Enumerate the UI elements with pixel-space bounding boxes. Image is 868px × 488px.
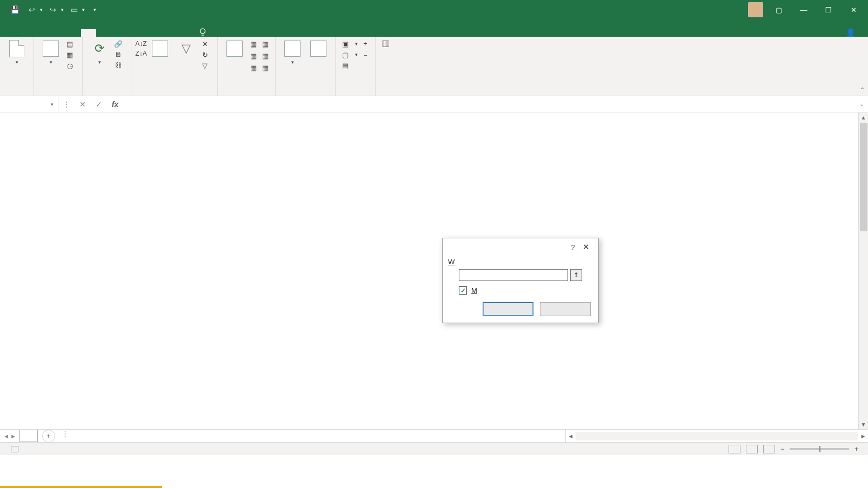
text-to-columns-button[interactable] — [223, 38, 246, 61]
tab-formulas[interactable] — [66, 29, 81, 37]
group-forecast — [281, 93, 330, 95]
dialog-help-icon[interactable]: ? — [567, 243, 579, 251]
group-button[interactable]: ▣ ▾ — [341, 39, 358, 48]
view-page-break-icon[interactable] — [763, 445, 775, 453]
status-bar: − + — [0, 442, 868, 455]
namebox-splitter[interactable]: ⋮ — [58, 100, 75, 109]
maximize-icon[interactable]: ❐ — [816, 0, 841, 19]
range-picker-icon[interactable]: ↥ — [570, 269, 582, 281]
clear-icon: ✕ — [201, 39, 209, 48]
save-icon[interactable]: 💾 — [8, 3, 22, 17]
new-query-button[interactable]: ▾ — [39, 38, 62, 66]
clear-button[interactable]: ✕ — [201, 39, 212, 48]
queries-icon: ▤ — [65, 39, 74, 48]
tab-file[interactable] — [5, 29, 21, 37]
filter-icon: ▽ — [177, 39, 195, 58]
spreadsheet-grid[interactable]: ▲ ▼ — [0, 112, 868, 429]
manage-model-button[interactable]: ▦ — [261, 63, 270, 72]
scroll-down-icon[interactable]: ▼ — [859, 419, 868, 429]
hide-detail-button[interactable]: − — [361, 51, 370, 60]
tab-developer[interactable] — [126, 29, 142, 37]
flash-fill-button[interactable]: ▦ — [249, 39, 258, 48]
chevron-down-icon[interactable]: ▾ — [51, 102, 54, 107]
subtotal-button[interactable]: ▤ — [341, 61, 358, 70]
consolidate-button[interactable]: ▦ — [261, 39, 270, 48]
ok-button[interactable] — [483, 302, 533, 316]
ungroup-button[interactable]: ▢ ▾ — [341, 50, 358, 59]
macro-record-icon[interactable] — [11, 446, 18, 452]
properties-button[interactable]: 🗎 — [114, 50, 125, 59]
cancel-button[interactable] — [540, 302, 591, 316]
tell-me[interactable] — [187, 27, 846, 37]
group-sort-filter — [137, 93, 212, 95]
what-if-button[interactable]: ▾ — [281, 38, 304, 66]
connections-button[interactable]: 🔗 — [114, 39, 125, 48]
data-validation-button[interactable]: ▦ — [249, 63, 258, 72]
close-icon[interactable]: ✕ — [841, 0, 866, 19]
sheet-tab-sheet1[interactable] — [19, 430, 38, 442]
undo-icon[interactable]: ↩ — [25, 3, 39, 17]
tab-splitter[interactable]: ⋮ — [59, 430, 64, 442]
scroll-thumb[interactable] — [860, 123, 867, 231]
tab-power-pivot[interactable] — [172, 29, 187, 37]
headers-checkbox-label[interactable]: M — [471, 286, 477, 295]
vertical-scrollbar[interactable]: ▲ ▼ — [858, 112, 868, 429]
tab-help[interactable] — [142, 29, 157, 37]
relationships-button[interactable]: ▦ — [261, 51, 270, 60]
tab-data[interactable] — [81, 29, 96, 37]
formula-expand-icon[interactable]: ⌄ — [855, 101, 868, 108]
minimize-icon[interactable]: — — [791, 0, 816, 19]
ribbon-options-icon[interactable]: ▢ — [766, 0, 791, 19]
group-outline — [341, 93, 370, 95]
sort-desc-button[interactable]: Z↓A — [137, 49, 145, 58]
advanced-button[interactable]: ▽ — [201, 61, 212, 70]
zoom-out-icon[interactable]: − — [780, 445, 784, 453]
from-table-icon: ▦ — [65, 50, 74, 59]
recent-sources-button[interactable]: ◷ — [65, 61, 77, 70]
tab-nav-first-icon[interactable]: ◄ — [3, 433, 9, 439]
add-sheet-button[interactable]: + — [42, 430, 55, 443]
touch-mode-icon[interactable]: ▭ — [67, 3, 81, 17]
scroll-left-icon[interactable]: ◄ — [566, 433, 576, 439]
name-box[interactable]: ▾ — [0, 96, 58, 112]
tab-view[interactable] — [111, 29, 126, 37]
view-normal-icon[interactable] — [729, 445, 740, 453]
zoom-slider[interactable] — [790, 448, 849, 450]
edit-links-button[interactable]: ⛓ — [114, 61, 125, 70]
scroll-right-icon[interactable]: ► — [858, 433, 868, 439]
sort-button[interactable] — [149, 38, 171, 61]
tab-home[interactable] — [21, 29, 36, 37]
tab-insert[interactable] — [36, 29, 51, 37]
range-input[interactable] — [459, 269, 568, 281]
filter-button[interactable]: ▽ — [175, 38, 197, 61]
sort-asc-button[interactable]: A↓Z — [137, 39, 145, 48]
show-queries-button[interactable]: ▤ — [65, 39, 77, 48]
remove-dup-button[interactable]: ▦ — [249, 51, 258, 60]
tab-inquire[interactable] — [157, 29, 172, 37]
horizontal-scrollbar[interactable]: ◄ ► — [565, 430, 868, 442]
data-analysis-button[interactable]: ▥ — [381, 38, 392, 47]
show-detail-button[interactable]: + — [361, 39, 370, 48]
scroll-up-icon[interactable]: ▲ — [859, 112, 868, 122]
get-external-data-button[interactable]: ▾ — [5, 38, 28, 66]
tab-review[interactable] — [96, 29, 111, 37]
fx-icon[interactable]: fx — [107, 100, 123, 109]
dialog-close-icon[interactable]: ✕ — [579, 242, 593, 252]
view-page-layout-icon[interactable] — [746, 445, 758, 453]
share-button[interactable]: 👤 — [846, 28, 868, 37]
headers-checkbox[interactable]: ✓ — [459, 286, 467, 295]
cancel-formula-icon[interactable]: ✕ — [75, 100, 91, 109]
tab-page-layout[interactable] — [51, 29, 66, 37]
enter-formula-icon[interactable]: ✓ — [91, 100, 107, 109]
avatar[interactable] — [748, 2, 763, 17]
zoom-in-icon[interactable]: + — [854, 445, 858, 453]
redo-icon[interactable]: ↪ — [46, 3, 60, 17]
tab-nav-last-icon[interactable]: ► — [10, 433, 16, 439]
refresh-all-button[interactable]: ⟳ ▾ — [88, 38, 111, 66]
from-table-button[interactable]: ▦ — [65, 50, 77, 59]
collapse-ribbon-icon[interactable]: ⌃ — [860, 86, 865, 93]
qat-customize-icon[interactable]: ▾ — [94, 7, 96, 12]
forecast-sheet-button[interactable] — [307, 38, 330, 61]
reapply-button[interactable]: ↻ — [201, 50, 212, 59]
datamodel-icon: ▦ — [261, 63, 270, 72]
